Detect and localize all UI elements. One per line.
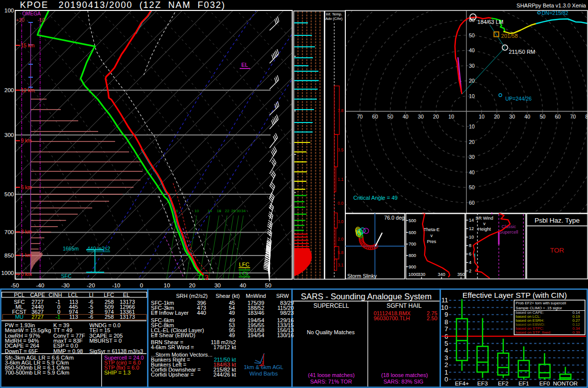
svg-text:Wind Barbs: Wind Barbs [250, 371, 278, 377]
svg-text:SUPERCELL: SUPERCELL [313, 302, 349, 309]
svg-text:-40: -40 [36, 282, 44, 288]
svg-text:CINH: CINH [48, 292, 62, 298]
svg-text:SFC: SFC [61, 273, 72, 279]
svg-text:40: 40 [469, 47, 475, 53]
svg-text:-30: -30 [61, 282, 70, 288]
svg-text:80: 80 [586, 114, 588, 120]
svg-text:MnWind: MnWind [246, 293, 266, 299]
svg-text:SHARPpy Beta v1.3.0 Xenia: SHARPpy Beta v1.3.0 Xenia [517, 2, 587, 8]
svg-text:Psbl Haz. Type: Psbl Haz. Type [535, 217, 580, 224]
svg-text:49: 49 [229, 310, 235, 316]
svg-text:KPOE 20190413/2000 (12Z NA: KPOE 20190413/2000 (12Z NAM F032) [20, 0, 226, 10]
svg-text:1.1: 1.1 [338, 177, 344, 182]
svg-text:244/26 kt: 244/26 kt [213, 372, 236, 378]
svg-text:6 km: 6 km [21, 185, 32, 190]
svg-text:50: 50 [265, 282, 272, 288]
svg-text:0.39: 0.39 [573, 330, 580, 335]
svg-text:40: 40 [240, 282, 246, 288]
svg-text:1: 1 [444, 369, 448, 376]
svg-text:EF3: EF3 [477, 381, 488, 387]
svg-text:Shear (kt): Shear (kt) [216, 293, 240, 299]
svg-text:30: 30 [469, 154, 475, 160]
svg-text:4-6km SR Wind =: 4-6km SR Wind = [151, 344, 194, 350]
svg-text:70: 70 [357, 114, 363, 120]
svg-text:20: 20 [469, 139, 475, 145]
svg-text:8: 8 [469, 243, 471, 248]
svg-text:Pres: Pres [427, 239, 437, 244]
svg-text:EF4+: EF4+ [455, 381, 469, 387]
svg-text:SHIP = 1.3: SHIP = 1.3 [104, 370, 131, 376]
svg-text:SigSvr = 61138 m3/s3: SigSvr = 61138 m3/s3 [89, 348, 143, 354]
svg-text:70: 70 [570, 114, 576, 120]
svg-text:0: 0 [444, 376, 448, 383]
svg-text:6: 6 [469, 252, 471, 257]
svg-text:10: 10 [479, 114, 485, 120]
svg-text:0: 0 [140, 282, 143, 288]
svg-text:2.50: 2.50 [427, 315, 437, 321]
svg-text:OMEGA: OMEGA [22, 11, 41, 16]
svg-text:9: 9 [444, 311, 448, 318]
svg-text:SARS: 83% SIG: SARS: 83% SIG [383, 379, 423, 385]
svg-text:700-500mb LR = 5.9 C/km: 700-500mb LR = 5.9 C/km [5, 370, 69, 376]
svg-text:6: 6 [176, 209, 178, 213]
svg-text:5: 5 [444, 340, 448, 347]
svg-text:7.8: 7.8 [338, 108, 344, 113]
svg-text:LFC: LFC [239, 261, 250, 267]
svg-text:130/16: 130/16 [277, 332, 294, 338]
svg-text:30: 30 [469, 63, 475, 69]
svg-text:EF1: EF1 [519, 381, 529, 387]
svg-text:10: 10 [164, 282, 170, 288]
svg-text:5.8: 5.8 [338, 250, 344, 255]
svg-text:500: 500 [4, 191, 14, 197]
svg-text:EF2: EF2 [498, 381, 508, 387]
svg-text:200: 200 [4, 87, 14, 93]
svg-text:14: 14 [208, 209, 212, 213]
svg-text:Eff Inflow Layer: Eff Inflow Layer [151, 310, 189, 316]
svg-text:179/12 kt: 179/12 kt [213, 344, 236, 350]
svg-text:10: 10 [469, 235, 474, 240]
svg-text:50: 50 [387, 114, 393, 120]
svg-text:DownT = 65F: DownT = 65F [5, 348, 38, 354]
svg-text:-10: -10 [38, 17, 45, 23]
svg-text:DN=215/82: DN=215/82 [542, 10, 569, 16]
svg-text:40: 40 [469, 169, 475, 175]
svg-text:EF0: EF0 [539, 381, 550, 387]
svg-text:based on STP_fixed:: based on STP_fixed: [516, 330, 551, 335]
svg-text:10: 10 [469, 93, 475, 99]
svg-text:350: 350 [457, 272, 465, 277]
svg-text:Storm Slinky: Storm Slinky [347, 273, 377, 279]
svg-text:183/46: 183/46 [248, 310, 265, 316]
svg-text:LCL: LCL [68, 292, 78, 298]
svg-text:3.0: 3.0 [338, 219, 344, 224]
svg-text:v: v [483, 221, 486, 226]
svg-text:340: 340 [438, 272, 445, 277]
svg-text:30: 30 [509, 114, 515, 120]
svg-text:10: 10 [194, 209, 199, 213]
svg-text:No Quality Matches: No Quality Matches [307, 329, 355, 335]
svg-text:50: 50 [469, 184, 475, 190]
svg-text:1665m: 1665m [63, 246, 79, 252]
svg-text:4: 4 [444, 347, 448, 354]
svg-text:v: v [431, 233, 433, 238]
svg-text:Theta-E: Theta-E [424, 227, 440, 232]
svg-text:Height: Height [478, 227, 491, 232]
svg-text:MBURST = 0: MBURST = 0 [89, 338, 122, 344]
svg-text:Critical Angle = 49: Critical Angle = 49 [353, 195, 398, 201]
svg-text:194/54: 194/54 [248, 332, 265, 338]
svg-text:1 km: 1 km [21, 253, 32, 258]
svg-text:40: 40 [403, 114, 409, 120]
svg-text:0 km: 0 km [21, 271, 32, 277]
svg-text:7: 7 [444, 325, 448, 333]
svg-text:500: 500 [409, 218, 416, 223]
svg-text:22: 22 [225, 209, 229, 213]
svg-text:11: 11 [441, 296, 448, 304]
svg-text:96030700.TLH: 96030700.TLH [374, 315, 410, 321]
svg-text:600: 600 [409, 230, 416, 235]
svg-text:300: 300 [4, 132, 14, 138]
svg-text:(18 loose matches): (18 loose matches) [381, 372, 428, 378]
svg-text:50: 50 [540, 114, 546, 120]
svg-text:0.0: 0.0 [338, 201, 344, 206]
svg-text:9 km: 9 km [21, 138, 32, 143]
svg-text:(41 loose matches): (41 loose matches) [308, 372, 355, 378]
svg-text:900: 900 [409, 264, 416, 269]
